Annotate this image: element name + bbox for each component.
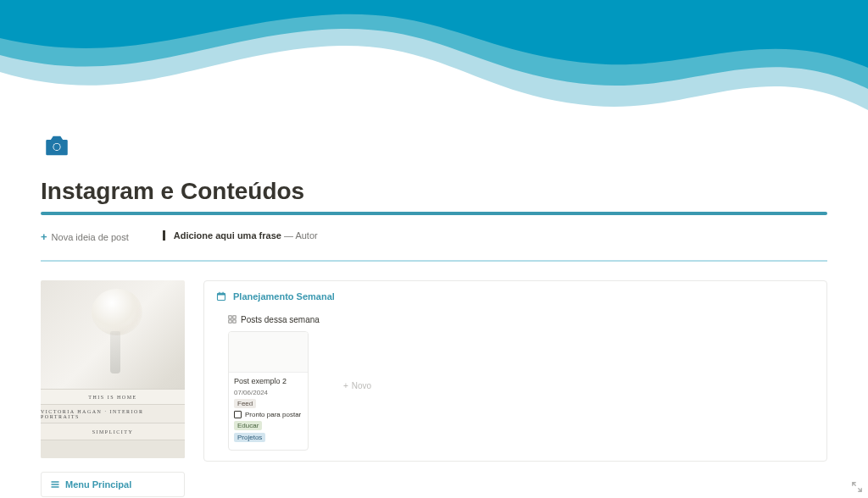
checkbox-ready[interactable]: Pronto para postar [234, 411, 303, 418]
svg-point-2 [53, 144, 59, 150]
top-row: + Nova ideia de post Adicione aqui uma f… [41, 230, 827, 243]
new-card-label: Novo [352, 381, 371, 390]
svg-rect-11 [233, 316, 236, 318]
book-spine [41, 440, 185, 458]
checkbox-label: Pronto para postar [245, 411, 301, 418]
page-title[interactable]: Instagram e Conteúdos [41, 178, 827, 205]
divider-thick [41, 212, 827, 215]
gallery: Post exemplo 2 07/06/2024 Feed Pronto pa… [228, 331, 815, 451]
book-spine: SIMPLICITY [41, 423, 185, 440]
svg-rect-7 [218, 293, 225, 295]
tag-pillar: Educar [234, 421, 262, 430]
new-idea-label: Nova ideia de post [52, 232, 129, 242]
quote-block[interactable]: Adicione aqui uma frase — Autor [163, 230, 318, 241]
expand-icon[interactable] [851, 481, 863, 493]
card-title: Post exemplo 2 [234, 377, 303, 385]
card-date: 07/06/2024 [234, 389, 303, 396]
checkbox-icon [234, 411, 242, 418]
planning-title: Planejamento Semanal [233, 291, 335, 302]
svg-rect-12 [229, 320, 231, 323]
svg-rect-4 [52, 484, 59, 485]
quote-author: Autor [295, 230, 317, 241]
new-card-button[interactable]: + Novo [317, 331, 398, 441]
new-idea-button[interactable]: + Nova ideia de post [41, 230, 129, 243]
quote-text: Adicione aqui uma frase [174, 230, 281, 241]
calendar-icon [216, 291, 226, 302]
svg-rect-13 [233, 320, 236, 323]
post-card[interactable]: Post exemplo 2 07/06/2024 Feed Pronto pa… [228, 331, 309, 451]
card-cover [229, 332, 308, 373]
book-spine: VICTORIA HAGAN · INTERIOR PORTRAITS [41, 404, 185, 423]
main-content: THIS IS HOME VICTORIA HAGAN · INTERIOR P… [41, 280, 827, 497]
menu-label: Menu Principal [65, 479, 131, 490]
svg-rect-8 [219, 292, 220, 294]
decorative-image[interactable]: THIS IS HOME VICTORIA HAGAN · INTERIOR P… [41, 280, 185, 458]
book-spine: THIS IS HOME [41, 389, 185, 404]
gallery-icon [228, 315, 236, 324]
left-column: THIS IS HOME VICTORIA HAGAN · INTERIOR P… [41, 280, 185, 497]
right-column: Planejamento Semanal Posts dessa semana … [203, 280, 827, 497]
view-tab-label: Posts dessa semana [241, 315, 320, 324]
menu-principal-link[interactable]: Menu Principal [41, 472, 185, 497]
svg-rect-5 [52, 486, 59, 488]
plus-icon: + [41, 230, 47, 243]
planning-header[interactable]: Planejamento Semanal [216, 291, 815, 302]
menu-icon [50, 479, 60, 490]
planning-callout: Planejamento Semanal Posts dessa semana … [203, 280, 827, 462]
svg-rect-3 [52, 481, 59, 483]
tag-type: Feed [234, 399, 256, 408]
cover-banner [0, 0, 868, 127]
tag-project: Projetos [234, 433, 265, 442]
plus-icon: + [343, 381, 348, 390]
page-icon-camera[interactable] [42, 131, 71, 160]
view-tab-posts[interactable]: Posts dessa semana [228, 315, 320, 324]
svg-rect-9 [223, 292, 224, 294]
svg-rect-10 [229, 316, 231, 318]
divider-light [41, 260, 827, 262]
